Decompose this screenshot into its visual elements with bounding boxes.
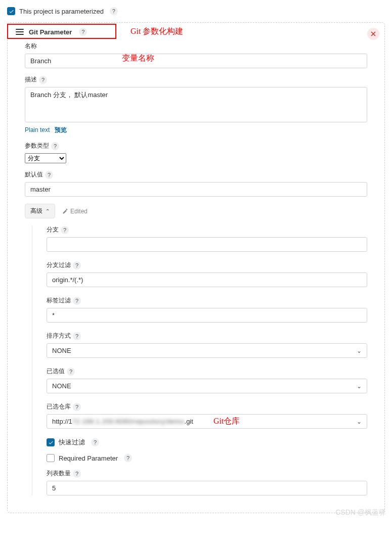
select-value: NONE	[52, 347, 71, 354]
select-value: NONE	[52, 382, 71, 390]
check-icon	[9, 9, 14, 14]
help-icon[interactable]: ?	[110, 7, 118, 15]
check-icon	[48, 440, 54, 445]
help-icon[interactable]: ?	[45, 171, 53, 179]
label-text: 描述	[25, 75, 37, 84]
help-icon[interactable]: ?	[73, 470, 81, 478]
label-text: 已选值	[47, 367, 65, 376]
help-icon[interactable]: ?	[73, 332, 81, 340]
field-param-type: 参数类型 ? 分支	[25, 142, 367, 163]
advanced-label: 高级	[30, 207, 42, 215]
help-icon[interactable]: ?	[79, 28, 87, 36]
chevron-up-icon: ⌃	[46, 208, 50, 214]
field-selected-value: 已选值? NONE ⌄	[47, 367, 367, 393]
field-label: 默认值 ?	[25, 170, 367, 179]
panel-title: Git Parameter	[29, 28, 72, 36]
branch-input[interactable]	[47, 237, 367, 252]
help-icon[interactable]: ?	[73, 261, 81, 269]
label-text: 列表数量	[47, 469, 71, 478]
label-text: 标签过滤	[47, 296, 71, 305]
advanced-toggle-button[interactable]: 高级 ⌃	[25, 204, 55, 218]
chevron-down-icon: ⌄	[357, 383, 362, 390]
field-quick-filter: 快速过滤 ?	[47, 438, 367, 447]
field-name: 名称 变量名称	[25, 42, 367, 68]
label-text: 已选仓库	[47, 402, 71, 411]
default-value-input[interactable]	[25, 182, 367, 197]
tag-filter-input[interactable]	[47, 308, 367, 323]
field-branch: 分支?	[47, 225, 367, 252]
edited-indicator: Edited	[62, 208, 88, 215]
param-type-select[interactable]: 分支	[25, 153, 66, 163]
field-required-parameter: Required Parameter ?	[47, 454, 367, 462]
field-description: 描述 ? Plain text 预览	[25, 75, 367, 134]
format-plain-link[interactable]: Plain text	[25, 126, 50, 133]
field-label: 名称	[25, 42, 367, 51]
name-input[interactable]	[25, 54, 367, 68]
label-text: 排序方式	[47, 332, 71, 340]
git-parameter-panel: Git Parameter ? Git 参数化构建 名称 变量名称 描述 ? P…	[7, 22, 385, 513]
advanced-block: 分支? 分支过滤? 标签过滤? 排序方式? NONE ⌄ 已选值? NONE ⌄	[32, 225, 367, 495]
field-list-count: 列表数量?	[47, 469, 367, 495]
parameterized-label: This project is parameterized	[19, 8, 104, 15]
select-value: http://172.168.1.200:8080/repository/dem…	[52, 418, 193, 425]
chevron-down-icon: ⌄	[357, 418, 362, 425]
format-row: Plain text 预览	[25, 126, 367, 134]
help-icon[interactable]: ?	[73, 297, 81, 305]
field-label: 描述 ?	[25, 75, 367, 84]
label-text: 名称	[25, 42, 37, 51]
quick-filter-checkbox[interactable]	[47, 438, 55, 446]
parameterized-toggle-row: This project is parameterized ?	[7, 7, 385, 15]
branch-filter-input[interactable]	[47, 272, 367, 287]
chevron-down-icon: ⌄	[357, 347, 362, 354]
help-icon[interactable]: ?	[51, 142, 59, 150]
field-selected-repo: 已选仓库? http://172.168.1.200:8080/reposito…	[47, 402, 367, 429]
label-text: 默认值	[25, 170, 43, 179]
help-icon[interactable]: ?	[61, 226, 69, 234]
required-parameter-checkbox[interactable]	[47, 454, 55, 462]
selected-repo-select[interactable]: http://172.168.1.200:8080/repository/dem…	[47, 414, 367, 429]
sort-mode-select[interactable]: NONE ⌄	[47, 343, 367, 358]
format-preview-link[interactable]: 预览	[55, 126, 67, 133]
label-text: 快速过滤	[59, 438, 85, 447]
advanced-row: 高级 ⌃ Edited	[25, 204, 367, 218]
label-text: 分支过滤	[47, 261, 71, 269]
edited-label: Edited	[70, 208, 88, 215]
help-icon[interactable]: ?	[73, 403, 81, 411]
drag-handle-icon[interactable]	[16, 29, 24, 35]
label-text: 参数类型	[25, 142, 49, 150]
help-icon[interactable]: ?	[39, 76, 47, 84]
field-sort-mode: 排序方式? NONE ⌄	[47, 332, 367, 358]
label-text: Required Parameter	[59, 455, 118, 462]
help-icon[interactable]: ?	[124, 454, 132, 462]
list-count-input[interactable]	[47, 481, 367, 495]
pencil-icon	[62, 208, 68, 214]
help-icon[interactable]: ?	[67, 368, 75, 376]
field-label: 参数类型 ?	[25, 142, 367, 150]
field-tag-filter: 标签过滤?	[47, 296, 367, 323]
panel-header: Git Parameter ?	[14, 23, 378, 38]
label-text: 分支	[47, 225, 59, 234]
selected-value-select[interactable]: NONE ⌄	[47, 379, 367, 393]
parameterized-checkbox[interactable]	[7, 7, 15, 15]
help-icon[interactable]: ?	[91, 438, 99, 446]
field-branch-filter: 分支过滤?	[47, 261, 367, 287]
description-textarea[interactable]	[25, 87, 367, 122]
field-default-value: 默认值 ?	[25, 170, 367, 197]
